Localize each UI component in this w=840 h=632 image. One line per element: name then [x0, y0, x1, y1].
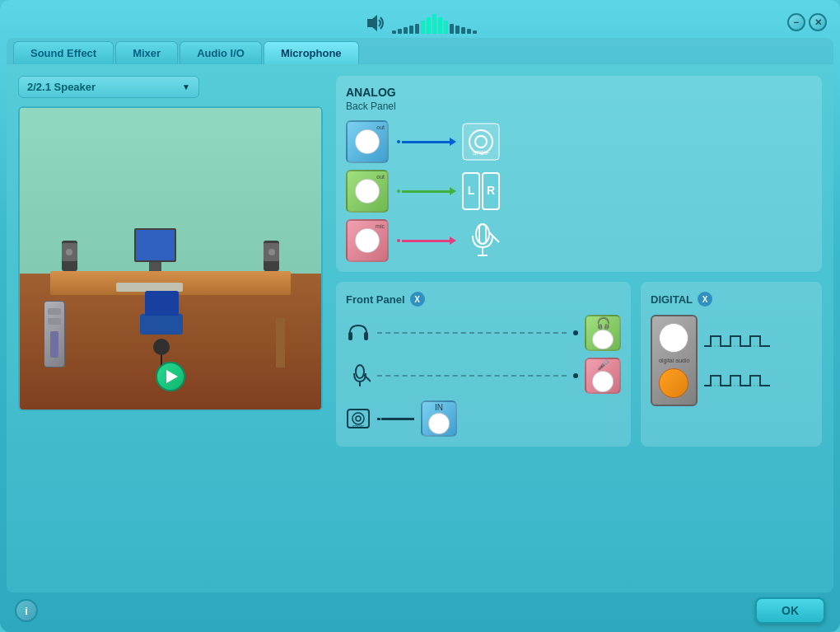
monitor: [134, 228, 176, 270]
info-button[interactable]: i: [15, 599, 38, 622]
analog-title: ANALOG: [346, 86, 812, 99]
arrow-front: [402, 190, 451, 193]
svg-rect-14: [348, 332, 352, 340]
svg-text:L: L: [468, 184, 475, 197]
left-panel: 2/2.1 Speaker ▼: [18, 76, 323, 581]
vol-bar: [404, 27, 408, 34]
dashed-line-mic: [377, 375, 567, 377]
bottom-section: Front Panel X: [336, 282, 822, 447]
room-visualization: [18, 106, 323, 411]
digital-port-bottom: [659, 368, 689, 398]
digital-circle-orange: [659, 368, 688, 398]
port-front[interactable]: out: [346, 170, 389, 213]
play-button[interactable]: [156, 362, 185, 391]
main-content: 2/2.1 Speaker ▼: [7, 64, 833, 592]
svg-text:SPDIF: SPDIF: [473, 150, 490, 156]
speaker-dropdown[interactable]: 2/2.1 Speaker ▼: [18, 76, 199, 98]
monitor-screen: [134, 228, 176, 262]
square-wave-bottom: [704, 369, 770, 392]
front-row-headphone: 🎧: [346, 315, 621, 351]
tab-bar: Sound Effect Mixer Audio I/O Microphone: [7, 38, 833, 64]
port-mic-circle: [355, 228, 380, 253]
analog-row-mic: mic: [346, 219, 812, 262]
front-panel-title: Front Panel: [346, 293, 405, 306]
chair-base: [153, 339, 170, 355]
app-window: − ✕ Sound Effect Mixer Audio I/O Microph…: [0, 0, 840, 632]
port-front-circle: [355, 179, 380, 204]
vol-bar: [455, 26, 460, 34]
analog-row-front: out L R: [346, 170, 812, 213]
digital-signals: [704, 330, 770, 392]
speaker-device-icon: SPDIF: [460, 120, 502, 163]
volume-area: [364, 12, 477, 35]
port-lineout[interactable]: out: [346, 120, 389, 163]
svg-line-13: [489, 232, 499, 242]
tab-audio-io[interactable]: Audio I/O: [180, 41, 262, 64]
lr-speaker-icon: L R: [460, 170, 502, 213]
volume-bars: [392, 12, 477, 34]
title-bar: − ✕: [7, 7, 833, 38]
front-port-spdif[interactable]: IN: [421, 400, 457, 437]
tab-mixer[interactable]: Mixer: [115, 41, 178, 64]
vol-bar: [398, 29, 402, 34]
desk-leg-right: [276, 318, 285, 367]
vol-bar-active: [427, 17, 431, 34]
spdif-icon: SPDIF: [346, 406, 371, 431]
digital-section: DIGITAL X digital audio: [641, 282, 822, 447]
svg-point-9: [476, 224, 489, 244]
front-panel-badge[interactable]: X: [410, 292, 425, 307]
tab-sound-effect[interactable]: Sound Effect: [13, 41, 114, 64]
room-scene: [20, 108, 321, 410]
digital-circle-white: [659, 323, 688, 353]
bottom-bar: i OK: [7, 592, 833, 625]
svg-point-16: [356, 365, 364, 378]
dropdown-arrow-icon: ▼: [182, 82, 190, 91]
svg-text:R: R: [487, 184, 495, 197]
vol-bar: [461, 27, 465, 34]
front-row-mic: 🎤: [346, 358, 621, 394]
chair-back: [145, 291, 179, 316]
digital-port-top: [659, 323, 689, 353]
vol-bar: [467, 29, 471, 34]
ok-button[interactable]: OK: [755, 597, 825, 624]
front-rows: 🎧: [346, 315, 621, 437]
square-wave-top: [704, 330, 770, 353]
monitor-stand: [149, 262, 161, 270]
analog-rows: out SPDIF: [346, 120, 812, 262]
port-mic[interactable]: mic: [346, 219, 389, 262]
vol-bar-active: [432, 14, 436, 34]
chair: [140, 289, 182, 367]
play-icon: [166, 370, 178, 383]
vol-bar: [392, 30, 396, 34]
front-panel-header: Front Panel X: [346, 292, 621, 307]
speaker-left: [62, 241, 77, 271]
vol-bar: [473, 30, 477, 34]
svg-rect-10: [479, 224, 486, 244]
speaker-right: [264, 241, 278, 271]
minimize-button[interactable]: −: [787, 13, 805, 31]
digital-panel-box: digital audio: [651, 315, 698, 406]
digital-box-label: digital audio: [659, 358, 689, 363]
front-port-headphone[interactable]: 🎧: [585, 315, 621, 351]
svg-text:SPDIF: SPDIF: [352, 424, 365, 429]
vol-bar-active: [421, 21, 425, 34]
port-front-label: out: [376, 174, 385, 180]
digital-badge[interactable]: X: [698, 292, 712, 307]
svg-point-20: [352, 413, 364, 424]
vol-bar: [409, 26, 413, 34]
arrow-lineout: [402, 141, 451, 143]
vol-bar-active: [444, 21, 448, 34]
right-panel: ANALOG Back Panel out: [336, 76, 822, 581]
svg-rect-15: [364, 332, 368, 340]
digital-panel-header: DIGITAL X: [651, 292, 812, 307]
tab-microphone[interactable]: Microphone: [264, 41, 359, 64]
front-port-mic[interactable]: 🎤: [585, 358, 621, 394]
close-button[interactable]: ✕: [809, 13, 827, 31]
window-controls: − ✕: [787, 13, 827, 31]
computer-tower: [44, 301, 65, 367]
front-port-headphone-circle: [592, 330, 614, 349]
front-port-mic-circle: [592, 371, 614, 392]
vol-bar-active: [438, 17, 442, 34]
headphone-icon: [346, 321, 371, 345]
analog-section: ANALOG Back Panel out: [336, 76, 822, 272]
